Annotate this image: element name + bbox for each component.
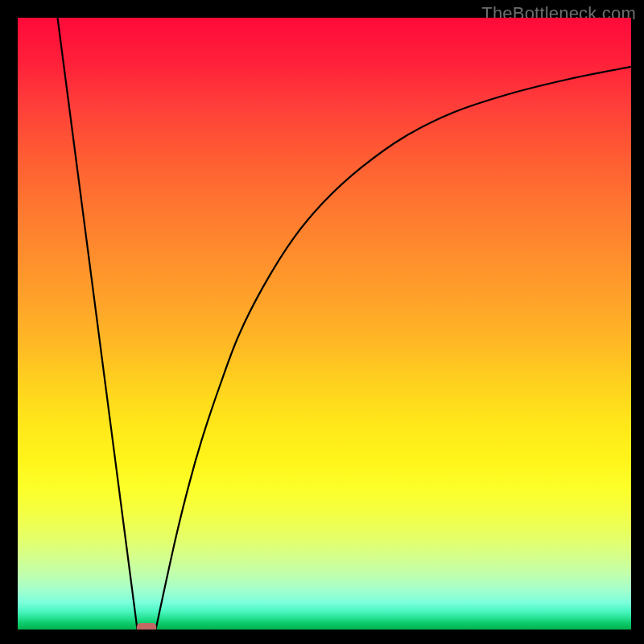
chart-svg: [18, 18, 631, 630]
curve-right-ascent: [156, 67, 632, 630]
chart-frame: TheBottleneck.com: [0, 0, 644, 644]
plot-area: [18, 18, 631, 630]
minimum-marker: [137, 623, 156, 630]
curve-left-descent: [58, 18, 138, 630]
